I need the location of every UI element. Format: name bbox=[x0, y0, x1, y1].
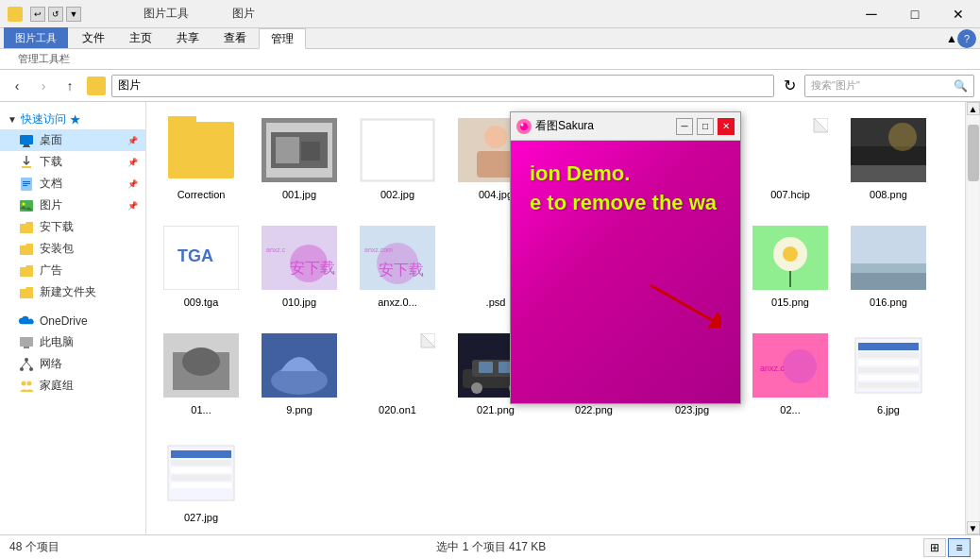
folder-thumb bbox=[163, 116, 239, 184]
sidebar: ▼ 快速访问 ★ 桌面 📌 下载 📌 bbox=[0, 102, 146, 534]
quick-access-btn[interactable]: ↩ bbox=[30, 7, 45, 22]
scrollbar[interactable]: ▲ ▼ bbox=[965, 102, 980, 534]
tab-view[interactable]: 查看 bbox=[211, 27, 259, 48]
documents-label: 文档 bbox=[40, 176, 62, 192]
large-icon-view-btn[interactable]: ⊞ bbox=[923, 538, 946, 557]
file-name-correction: Correction bbox=[177, 188, 226, 201]
file-item-010[interactable]: anxz.c安下载 010.jpg bbox=[252, 217, 346, 321]
file-item-009[interactable]: TGA 009.tga bbox=[154, 217, 248, 321]
scroll-up-btn[interactable]: ▲ bbox=[967, 102, 980, 115]
tab-home[interactable]: 主页 bbox=[117, 27, 164, 48]
svg-rect-108 bbox=[171, 460, 231, 466]
file-name-015: 015.png bbox=[771, 296, 809, 309]
sidebar-item-ads[interactable]: 广告 bbox=[0, 260, 145, 281]
expand-arrow: ▼ bbox=[8, 114, 17, 125]
help-btn[interactable]: ? bbox=[957, 29, 976, 48]
search-icon: 🔍 bbox=[954, 79, 968, 93]
svg-rect-110 bbox=[171, 475, 231, 481]
sidebar-item-pictures[interactable]: 图片 📌 bbox=[0, 195, 145, 216]
svg-rect-102 bbox=[858, 367, 919, 373]
file-item-008[interactable]: 008.png bbox=[841, 110, 936, 213]
close-btn[interactable]: ✕ bbox=[937, 0, 980, 28]
star-icon: ★ bbox=[70, 113, 80, 127]
minimize-btn[interactable]: ─ bbox=[850, 0, 893, 28]
sidebar-item-thispc[interactable]: 此电脑 bbox=[0, 331, 145, 353]
scroll-thumb[interactable] bbox=[968, 125, 979, 181]
sidebar-item-downloads[interactable]: 下载 📌 bbox=[0, 151, 145, 173]
sidebar-item-documents[interactable]: 文档 📌 bbox=[0, 173, 145, 195]
file-item-016[interactable]: 016.png bbox=[841, 217, 936, 321]
svg-text:TGA: TGA bbox=[177, 246, 213, 265]
redo-btn[interactable]: ▼ bbox=[66, 7, 81, 22]
search-placeholder: 搜索"图片" bbox=[811, 78, 860, 93]
file-item-019[interactable]: 9.png bbox=[252, 325, 346, 429]
file-item-020[interactable]: 020.on1 bbox=[350, 325, 445, 429]
popup-app-icon bbox=[516, 119, 532, 134]
svg-rect-104 bbox=[858, 382, 919, 388]
up-btn[interactable]: ↑ bbox=[59, 75, 81, 97]
svg-text:anxz.c: anxz.c bbox=[266, 246, 286, 253]
file-name-023: 023.jpg bbox=[675, 403, 709, 416]
svg-rect-6 bbox=[23, 185, 27, 186]
file-item-015[interactable]: 015.png bbox=[743, 217, 837, 321]
search-box[interactable]: 搜索"图片" 🔍 bbox=[804, 75, 974, 97]
quick-access-header[interactable]: ▼ 快速访问 ★ bbox=[0, 110, 145, 129]
sidebar-item-network[interactable]: 网络 bbox=[0, 353, 145, 375]
sidebar-item-anzhuang[interactable]: 安装包 bbox=[0, 238, 145, 260]
newfolder-label: 新建文件夹 bbox=[40, 284, 96, 300]
back-btn[interactable]: ‹ bbox=[6, 75, 28, 97]
quick-access-label: 快速访问 bbox=[21, 111, 66, 127]
file-item-024[interactable]: anxz.c 02... bbox=[743, 325, 837, 429]
item-count: 48 个项目 bbox=[9, 539, 59, 555]
popup-overlay-text: ion Demo. e to remove the wa bbox=[530, 160, 717, 218]
desktop-icon bbox=[19, 133, 34, 148]
sidebar-item-newfolder[interactable]: 新建文件夹 bbox=[0, 281, 145, 303]
popup-close-btn[interactable]: ✕ bbox=[718, 118, 735, 135]
detail-view-btn[interactable]: ≡ bbox=[948, 538, 971, 557]
file-item-002[interactable]: 002.jpg bbox=[350, 110, 445, 213]
file-item-007[interactable]: 007.hcip bbox=[743, 110, 837, 213]
collapse-ribbon-btn[interactable]: ▲ bbox=[946, 32, 957, 45]
sidebar-item-homegroup[interactable]: 家庭组 bbox=[0, 375, 145, 397]
file-name-010b: anxz.0... bbox=[378, 296, 417, 309]
file-item-027[interactable]: 027.jpg bbox=[154, 432, 248, 534]
thumb-015 bbox=[752, 224, 828, 292]
svg-point-96 bbox=[783, 349, 817, 383]
svg-rect-39 bbox=[851, 165, 926, 182]
file-name-019: 9.png bbox=[286, 403, 313, 416]
tab-picture-tools[interactable]: 图片工具 bbox=[4, 27, 68, 48]
svg-rect-67 bbox=[851, 273, 926, 290]
file-item-correction[interactable]: Correction bbox=[154, 110, 248, 213]
refresh-btn[interactable]: ↻ bbox=[778, 75, 801, 97]
homegroup-icon bbox=[19, 379, 34, 394]
tab-share[interactable]: 共享 bbox=[164, 27, 211, 48]
popup-text-line2: e to remove the wa bbox=[530, 189, 717, 218]
file-item-001[interactable]: 001.jpg bbox=[252, 110, 346, 213]
forward-btn[interactable]: › bbox=[32, 75, 55, 97]
scroll-down-btn[interactable]: ▼ bbox=[967, 521, 980, 534]
svg-rect-107 bbox=[171, 450, 231, 458]
tab-manage[interactable]: 管理 bbox=[259, 28, 306, 49]
file-name-017: 01... bbox=[191, 403, 211, 416]
red-arrow-icon bbox=[646, 280, 721, 328]
tab-file[interactable]: 文件 bbox=[70, 27, 117, 48]
maximize-btn[interactable]: □ bbox=[893, 0, 937, 28]
file-item-026[interactable]: 6.jpg bbox=[841, 325, 936, 429]
file-name-002: 002.jpg bbox=[380, 188, 414, 201]
file-name-007: 007.hcip bbox=[770, 188, 810, 201]
address-input[interactable]: 图片 bbox=[111, 75, 774, 97]
sidebar-item-anzaixia[interactable]: 安下载 bbox=[0, 216, 145, 238]
anzaixia-label: 安下载 bbox=[40, 219, 74, 235]
sidebar-item-onedrive[interactable]: OneDrive bbox=[0, 311, 145, 331]
svg-rect-10 bbox=[24, 347, 29, 348]
file-item-010b[interactable]: anxz.com安下载 anxz.0... bbox=[350, 217, 445, 321]
popup-minimize-btn[interactable]: ─ bbox=[676, 118, 693, 135]
scroll-track[interactable] bbox=[968, 115, 979, 521]
file-item-017[interactable]: 01... bbox=[154, 325, 248, 429]
ribbon-tabs: 图片工具 文件 主页 共享 查看 管理 ▲ ? bbox=[0, 28, 980, 49]
thispc-icon bbox=[19, 335, 34, 350]
sidebar-item-desktop[interactable]: 桌面 📌 bbox=[0, 129, 145, 151]
popup-maximize-btn[interactable]: □ bbox=[697, 118, 714, 135]
folder-icon-new bbox=[19, 285, 34, 300]
undo-btn[interactable]: ↺ bbox=[48, 7, 63, 22]
